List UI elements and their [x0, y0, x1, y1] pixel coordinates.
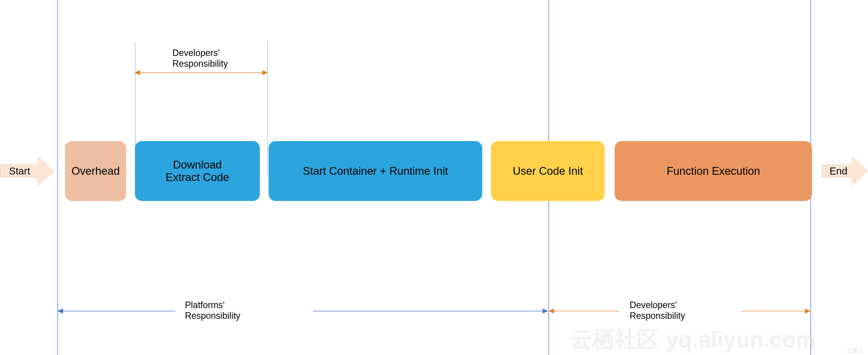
guide-line-leftmost	[58, 0, 58, 355]
range-platform-label-line2: Responsibility	[185, 310, 240, 321]
range-platform-label: Platforms' Responsibility	[185, 299, 240, 321]
stage-overhead-label: Overhead	[71, 165, 120, 177]
stage-download-label-line1: Download	[173, 159, 222, 171]
stage-container-runtime: Start Container + Runtime Init	[269, 141, 482, 201]
watermark-tag: 亿速云	[847, 347, 864, 355]
stage-container-label: Start Container + Runtime Init	[303, 165, 448, 177]
guide-line-download-end	[267, 42, 268, 175]
range-dev-top-label: Developers' Responsibility	[173, 47, 228, 69]
end-arrow: End	[822, 156, 868, 186]
stage-download-extract: Download Extract Code	[135, 141, 260, 201]
stage-overhead: Overhead	[65, 141, 126, 201]
start-arrow-label: Start	[9, 165, 30, 177]
range-dev-top-label-line1: Developers'	[173, 47, 228, 58]
stage-download-label-line2: Extract Code	[166, 171, 229, 184]
start-arrow: Start	[0, 156, 55, 186]
stage-user-init-label: User Code Init	[513, 165, 583, 177]
range-dev-bottom-label-line1: Developers'	[630, 299, 685, 310]
stage-exec-label: Function Execution	[666, 165, 760, 177]
stage-user-code-init: User Code Init	[491, 141, 604, 201]
range-dev-top-label-line2: Responsibility	[173, 58, 228, 69]
end-arrow-label: End	[830, 165, 847, 177]
range-dev-bottom-label: Developers' Responsibility	[630, 299, 685, 321]
range-dev-bottom-label-line2: Responsibility	[630, 310, 685, 321]
watermark-text: 云栖社区 yq.aliyun.com	[570, 325, 816, 355]
range-platform-label-line1: Platforms'	[185, 299, 240, 310]
stage-function-execution: Function Execution	[615, 141, 812, 201]
